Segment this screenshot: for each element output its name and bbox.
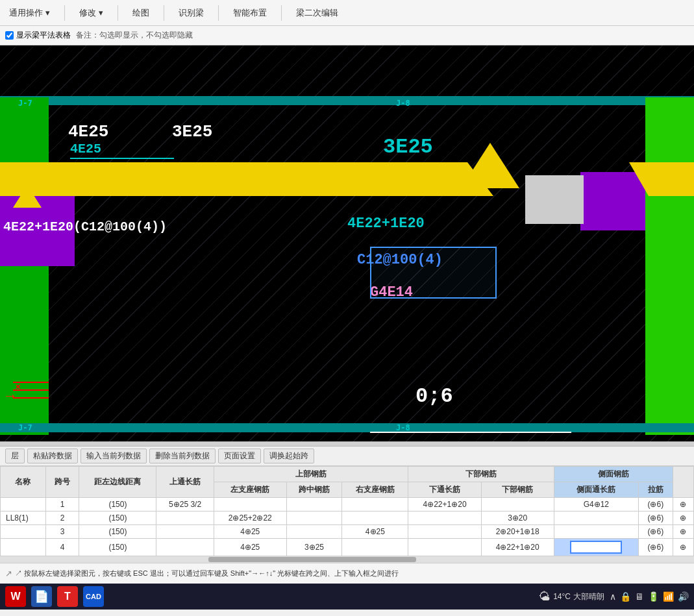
taskbar-icon-doc[interactable]: 📄 [31, 586, 52, 607]
table-cell[interactable] [1, 525, 46, 539]
table-cell[interactable]: LL8(1) [1, 511, 46, 525]
table-cell[interactable]: 2 [45, 511, 79, 525]
table-cell[interactable] [408, 539, 481, 556]
table-cell[interactable] [554, 511, 638, 525]
col-header-extra [673, 467, 693, 498]
col-header-dist: 距左边线距离 [79, 467, 156, 498]
scrollbar-thumb[interactable] [208, 557, 417, 562]
table-cell[interactable]: 2⊕20+1⊕18 [481, 525, 554, 539]
triangle-yellow-main [461, 143, 519, 188]
table-cell[interactable]: (⊕6) [638, 498, 673, 511]
triangle-yellow-small [13, 185, 42, 208]
table-cell[interactable] [342, 511, 408, 525]
table-row[interactable]: 1(150)5⊕25 3/24⊕22+1⊕20G4⊕12(⊕6)⊕ [1, 498, 694, 511]
col-sub-side-long: 侧面通长筋 [554, 482, 638, 498]
sep3 [164, 5, 164, 21]
identify-beam-label: 识别梁 [179, 7, 204, 19]
table-cell[interactable]: (150) [79, 539, 156, 556]
smart-layout-label: 智能布置 [233, 7, 267, 19]
table-cell[interactable]: 4⊕22+1⊕20 [408, 498, 481, 511]
table-body: 1(150)5⊕25 3/24⊕22+1⊕20G4⊕12(⊕6)⊕LL8(1)2… [1, 498, 694, 556]
toolbar-general-ops[interactable]: 通用操作 ▾ [5, 6, 54, 20]
table-cell[interactable]: (150) [79, 498, 156, 511]
table-cell[interactable]: (⊕6) [638, 525, 673, 539]
text-4e25-cyan: 4E25 [70, 142, 174, 159]
table-cell[interactable]: (150) [79, 511, 156, 525]
general-ops-label: 通用操作 [9, 7, 43, 19]
btn-paste-span[interactable]: 粘贴跨数据 [27, 449, 78, 463]
table-cell[interactable]: 4⊕22+1⊕20 [481, 539, 554, 556]
table-cell[interactable]: G4⊕12 [554, 498, 638, 511]
table-cell[interactable] [481, 498, 554, 511]
modify-arrow: ▾ [99, 8, 103, 18]
taskbar-icon-cad[interactable]: CAD [83, 586, 104, 607]
table-cell[interactable]: ⊕ [673, 498, 693, 511]
table-cell[interactable]: 1 [45, 498, 79, 511]
table-cell[interactable] [408, 525, 481, 539]
taskbar-doc-icon: 📄 [34, 589, 49, 604]
table-cell[interactable] [286, 525, 341, 539]
table-cell[interactable]: 4⊕25 [342, 525, 408, 539]
show-table-note: 备注：勾选即显示，不勾选即隐藏 [76, 30, 193, 41]
taskbar-icon-w[interactable]: W [5, 586, 26, 607]
side-long-input[interactable] [570, 541, 622, 554]
show-table-checkbox[interactable] [5, 31, 14, 40]
arrow-up-icon[interactable]: ∧ [610, 591, 616, 602]
modify-label: 修改 [79, 7, 96, 19]
table-cell[interactable] [554, 525, 638, 539]
table-cell[interactable]: (150) [79, 525, 156, 539]
btn-delete-col[interactable]: 删除当前列数据 [149, 449, 216, 463]
table-cell[interactable]: 4 [45, 539, 79, 556]
table-cell[interactable] [214, 498, 286, 511]
toolbar-modify[interactable]: 修改 ▾ [75, 6, 107, 20]
table-cell[interactable]: 5⊕25 3/2 [156, 498, 214, 511]
table-cell[interactable]: ⊕ [673, 511, 693, 525]
table-cell[interactable]: ⊕ [673, 539, 693, 556]
btn-input-col[interactable]: 输入当前列数据 [81, 449, 147, 463]
table-cell[interactable] [286, 498, 341, 511]
table-cell[interactable]: 4⊕25 [214, 525, 286, 539]
table-cell[interactable] [1, 498, 46, 511]
toolbar-identify-beam[interactable]: 识别梁 [175, 6, 208, 20]
taskbar-icon-t[interactable]: T [57, 586, 78, 607]
table-cell[interactable]: 4⊕25 [214, 539, 286, 556]
node-j7-top: J-7 [18, 99, 32, 108]
text-0-6: 0;6 [415, 384, 453, 408]
cad-canvas[interactable]: J-7 J-8 4E25 3E25 3E25 4E25 4E22+1E20(C1… [0, 45, 694, 441]
table-cell[interactable]: 2⊕25+2⊕22 [214, 511, 286, 525]
table-cell[interactable]: 3 [45, 525, 79, 539]
horizontal-scrollbar[interactable] [0, 556, 694, 563]
table-cell[interactable] [342, 498, 408, 511]
btn-layer[interactable]: 层 [5, 449, 25, 463]
table-cell[interactable] [156, 525, 214, 539]
taskbar-cad-label: CAD [86, 593, 101, 600]
show-table-checkbox-label[interactable]: 显示梁平法表格 [5, 30, 71, 41]
data-table-container: 名称 跨号 距左边线距离 上通长筋 上部钢筋 下部钢筋 侧面钢筋 左支座钢筋 跨… [0, 466, 694, 563]
toolbar-smart-layout[interactable]: 智能布置 [229, 6, 271, 20]
table-cell[interactable] [286, 511, 341, 525]
btn-page-settings[interactable]: 页面设置 [218, 449, 261, 463]
table-cell[interactable] [408, 511, 481, 525]
table-cell[interactable] [156, 511, 214, 525]
table-cell[interactable]: (⊕6) [638, 539, 673, 556]
table-row[interactable]: 3(150)4⊕254⊕252⊕20+1⊕18(⊕6)⊕ [1, 525, 694, 539]
table-cell[interactable] [156, 539, 214, 556]
windows-taskbar: W 📄 T CAD 🌤 14°C 大部晴朗 ∧ 🔒 🖥 🔋 📶 🔊 [0, 584, 694, 610]
table-cell[interactable] [342, 539, 408, 556]
toolbar-beam-secondary[interactable]: 梁二次编辑 [292, 6, 342, 20]
table-row[interactable]: LL8(1)2(150)2⊕25+2⊕223⊕20(⊕6)⊕ [1, 511, 694, 525]
table-cell[interactable]: (⊕6) [638, 511, 673, 525]
table-cell[interactable]: 3⊕25 [286, 539, 341, 556]
red-cross-area: ✕ [13, 376, 52, 409]
table-cell[interactable] [1, 539, 46, 556]
btn-swap-start-span[interactable]: 调换起始跨 [264, 449, 314, 463]
sep4 [218, 5, 219, 21]
toolbar-draw[interactable]: 绘图 [129, 6, 153, 20]
table-cell[interactable] [554, 539, 638, 556]
beam-teal-top [0, 96, 694, 105]
display-icon: 🖥 [635, 591, 644, 602]
col-header-name: 名称 [1, 467, 46, 498]
table-cell[interactable]: ⊕ [673, 525, 693, 539]
table-row[interactable]: 4(150)4⊕253⊕254⊕22+1⊕20(⊕6)⊕ [1, 539, 694, 556]
table-cell[interactable]: 3⊕20 [481, 511, 554, 525]
